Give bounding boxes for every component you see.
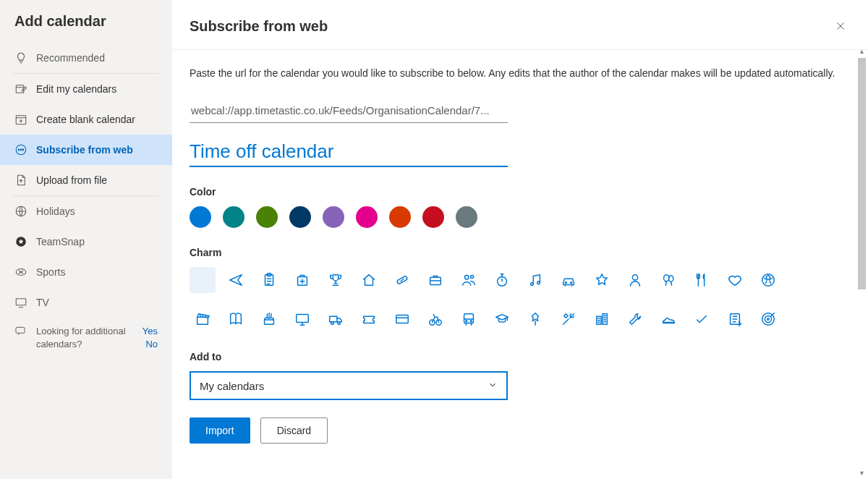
color-swatch-8[interactable]: [456, 206, 477, 228]
charm-truck-icon[interactable]: [323, 306, 349, 332]
football-icon: [14, 266, 27, 279]
charm-house-icon[interactable]: [356, 267, 382, 293]
subscribe-icon: [14, 143, 27, 156]
sidebar-item-edit-calendars[interactable]: Edit my calendars: [0, 74, 172, 104]
charm-people-icon[interactable]: [456, 267, 482, 293]
svg-rect-10: [16, 327, 25, 333]
charm-checkmark-icon[interactable]: [689, 306, 715, 332]
charm-clapperboard-icon[interactable]: [190, 306, 216, 332]
charm-label: Charm: [190, 247, 851, 258]
charm-ticket-icon[interactable]: [356, 306, 382, 332]
scroll-thumb[interactable]: [858, 58, 866, 289]
svg-point-37: [470, 321, 472, 322]
charm-fork-knife-icon[interactable]: [689, 267, 715, 293]
charm-cake-icon[interactable]: [256, 306, 282, 332]
charm-pin-icon[interactable]: [522, 306, 548, 332]
close-button[interactable]: [830, 16, 851, 36]
calendar-name-input[interactable]: [190, 136, 508, 167]
svg-rect-0: [16, 85, 24, 93]
sidebar-item-sports[interactable]: Sports: [0, 257, 172, 287]
chat-icon: [14, 325, 27, 351]
charm-balloons-icon[interactable]: [655, 267, 681, 293]
feedback-yes-link[interactable]: Yes: [142, 325, 158, 338]
calendar-plus-icon: [14, 113, 27, 126]
charm-airplane-icon[interactable]: [223, 267, 249, 293]
sidebar-item-label: Recommended: [36, 52, 105, 64]
charm-car-icon[interactable]: [556, 267, 582, 293]
sidebar-item-create-blank[interactable]: Create blank calendar: [0, 104, 172, 135]
charm-monitor-icon[interactable]: [289, 306, 315, 332]
charm-card-icon[interactable]: [389, 306, 415, 332]
scrollbar[interactable]: ▲ ▼: [856, 0, 868, 479]
color-swatch-5[interactable]: [356, 206, 378, 228]
charm-trophy-icon[interactable]: [323, 267, 349, 293]
sidebar-item-teamsnap[interactable]: TeamSnap: [0, 226, 172, 257]
charm-music-icon[interactable]: [522, 267, 548, 293]
sidebar-item-label: Edit my calendars: [36, 83, 116, 95]
main-panel: Subscribe from web Paste the url for the…: [172, 0, 868, 479]
charm-person-icon[interactable]: [622, 267, 648, 293]
calendar-edit-icon: [14, 82, 27, 96]
sidebar-item-tv[interactable]: TV: [0, 287, 172, 318]
charm-bicycle-icon[interactable]: [422, 306, 448, 332]
sidebar: Add calendar Recommended Edit my calenda…: [0, 0, 172, 479]
sidebar-item-recommended[interactable]: Recommended: [0, 43, 172, 73]
charm-wrench-icon[interactable]: [622, 306, 648, 332]
sidebar-item-label: Subscribe from web: [36, 144, 133, 156]
svg-rect-27: [197, 317, 208, 324]
import-button[interactable]: Import: [190, 417, 250, 444]
svg-point-5: [22, 149, 24, 151]
color-swatch-2[interactable]: [256, 206, 278, 228]
svg-point-4: [20, 149, 22, 151]
sidebar-item-subscribe-web[interactable]: Subscribe from web: [0, 135, 172, 165]
description-text: Paste the url for the calendar you would…: [190, 66, 841, 81]
charm-stopwatch-icon[interactable]: [489, 267, 515, 293]
svg-point-19: [531, 283, 534, 286]
chevron-down-icon: [488, 380, 498, 392]
svg-point-16: [465, 276, 469, 280]
discard-button[interactable]: Discard: [260, 417, 328, 444]
globe-icon: [14, 205, 27, 218]
charm-medical-icon[interactable]: [289, 267, 315, 293]
page-title: Subscribe from web: [190, 18, 830, 35]
scroll-up-icon[interactable]: ▲: [856, 45, 868, 57]
sidebar-title: Add calendar: [0, 13, 172, 43]
svg-rect-28: [297, 315, 309, 323]
charm-clipboard-icon[interactable]: [256, 267, 282, 293]
sidebar-item-holidays[interactable]: Holidays: [0, 196, 172, 226]
charm-target-icon[interactable]: [755, 306, 781, 332]
color-swatch-1[interactable]: [223, 206, 244, 228]
sidebar-item-upload-file[interactable]: Upload from file: [0, 165, 172, 195]
charm-book-icon[interactable]: [223, 306, 249, 332]
svg-point-22: [571, 282, 572, 284]
scroll-down-icon[interactable]: ▼: [856, 467, 868, 479]
svg-rect-29: [330, 316, 337, 321]
sidebar-item-label: Holidays: [36, 205, 75, 217]
charm-heart-icon[interactable]: [722, 267, 748, 293]
color-swatch-6[interactable]: [389, 206, 411, 228]
charm-pill-icon[interactable]: [389, 267, 415, 293]
charm-tools-icon[interactable]: [556, 306, 582, 332]
charm-briefcase-icon[interactable]: [422, 267, 448, 293]
charm-bus-icon[interactable]: [456, 306, 482, 332]
color-swatch-4[interactable]: [323, 206, 344, 228]
star-badge-icon: [14, 235, 27, 248]
calendar-url-input[interactable]: [190, 100, 508, 123]
color-swatch-0[interactable]: [190, 206, 211, 228]
svg-point-31: [338, 322, 341, 325]
color-swatch-7[interactable]: [422, 206, 444, 228]
svg-point-23: [632, 275, 637, 280]
charm-buildings-icon[interactable]: [589, 306, 615, 332]
svg-point-30: [331, 322, 334, 325]
charm-graduation-icon[interactable]: [489, 306, 515, 332]
addto-select[interactable]: My calendars: [190, 371, 508, 400]
charm-none-icon[interactable]: [190, 267, 216, 293]
color-swatch-3[interactable]: [289, 206, 311, 228]
charm-shoe-icon[interactable]: [655, 306, 681, 332]
charm-soccer-icon[interactable]: [755, 267, 781, 293]
charm-grid: [190, 267, 812, 332]
feedback-no-link[interactable]: No: [145, 338, 158, 351]
charm-note-icon[interactable]: [722, 306, 748, 332]
svg-rect-9: [16, 299, 26, 305]
charm-star-icon[interactable]: [589, 267, 615, 293]
